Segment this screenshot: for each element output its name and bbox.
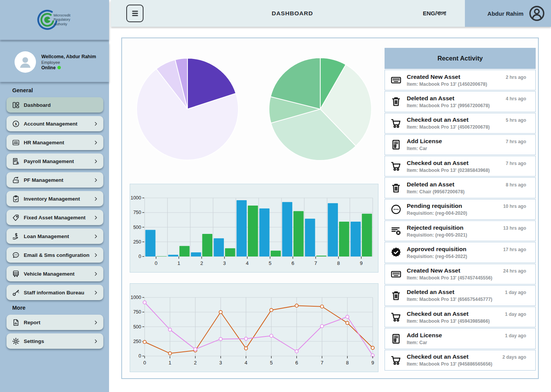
user-menu[interactable]: Abdur Rahim bbox=[465, 0, 551, 27]
svg-text:7: 7 bbox=[321, 360, 323, 366]
key-icon bbox=[12, 289, 20, 297]
sidebar: Microcredit Regulatory Authority Wellcom… bbox=[0, 0, 109, 392]
svg-text:750: 750 bbox=[133, 210, 141, 215]
menu-list-general: Dashboard Account Management HR Manageme… bbox=[0, 97, 109, 300]
activity-title: Checked out an Asset bbox=[407, 310, 468, 317]
activity-subtitle: Requisition: (reg-005-2021) bbox=[407, 232, 535, 238]
activity-time: 10 hrs ago bbox=[503, 204, 535, 209]
sidebar-item-label: HR Management bbox=[24, 140, 64, 145]
activity-row: Rejected requisition 13 hrs ago Requisit… bbox=[385, 220, 536, 241]
sidebar-item-label: Email & Sms configuration bbox=[24, 252, 90, 258]
activity-title: Deleted an Asset bbox=[407, 181, 454, 188]
sidebar-item-account-management[interactable]: Account Management bbox=[7, 116, 103, 131]
sidebar-item-label: Dashboard bbox=[24, 102, 51, 108]
svg-text:2: 2 bbox=[194, 360, 197, 366]
activity-row-main: Deleted an Asset 1 day ago Item: Macbook… bbox=[407, 289, 535, 302]
activity-subtitle: Item: Macbook Pro 13' (1450200678) bbox=[407, 82, 535, 87]
activity-time: 7 hrs ago bbox=[506, 161, 535, 166]
sidebar-item-label: Inventory Management bbox=[24, 196, 80, 202]
chevron-right-icon bbox=[93, 140, 98, 145]
rejected-icon bbox=[390, 225, 402, 237]
activity-row-main: Pending requisition 10 hrs ago Requisiti… bbox=[407, 203, 535, 216]
recent-activity-list[interactable]: Created New Asset 2 hrs ago Item: Macboo… bbox=[385, 70, 536, 371]
sidebar-item-label: Payroll Management bbox=[24, 158, 74, 164]
sidebar-item-payroll-management[interactable]: Payroll Management bbox=[7, 154, 103, 169]
activity-subtitle: Item: Macbook Pro 13' (45067200678) bbox=[407, 124, 535, 130]
activity-row: Created New Asset 24 hrs ago Item: Macbo… bbox=[385, 264, 536, 284]
menu-list-more: Report Settings bbox=[0, 315, 109, 349]
sidebar-item-pf-management[interactable]: PF Management bbox=[7, 172, 103, 188]
cart-icon bbox=[390, 311, 402, 323]
svg-text:1000: 1000 bbox=[130, 195, 141, 201]
activity-row: Add License 7 hrs ago Item: Car bbox=[385, 134, 536, 155]
loan-icon bbox=[12, 232, 20, 240]
chevron-right-icon bbox=[93, 121, 98, 126]
svg-text:0: 0 bbox=[143, 360, 146, 366]
recent-activity-title: Recent Activity bbox=[385, 48, 536, 69]
sidebar-item-vehicle-management[interactable]: Vehicle Management bbox=[7, 266, 103, 281]
activity-row-main: Deleted an Asset 4 hrs ago Item: Macbook… bbox=[407, 95, 535, 108]
sidebar-item-settings[interactable]: Settings bbox=[7, 333, 103, 349]
sidebar-item-staff-information-bureau[interactable]: Staff information Bureau bbox=[7, 285, 103, 300]
keyboard-icon bbox=[390, 74, 402, 86]
chevron-right-icon bbox=[93, 290, 98, 295]
activity-title: Created New Asset bbox=[407, 267, 460, 274]
profile-status: Online bbox=[41, 65, 96, 70]
activity-row: Deleted an Asset 8 hrs ago Item: Chair (… bbox=[385, 177, 536, 198]
person-icon bbox=[17, 54, 33, 70]
line-chart: 025050075010000123456789 bbox=[130, 284, 378, 371]
svg-text:500: 500 bbox=[133, 324, 141, 330]
chevron-right-icon bbox=[93, 253, 98, 258]
language-toggle[interactable]: ENG/বাংলা bbox=[423, 0, 446, 27]
activity-time: 5 hrs ago bbox=[506, 118, 535, 123]
menu-section-general: General bbox=[12, 87, 109, 93]
activity-title: Approved requisition bbox=[407, 246, 466, 253]
trash-icon bbox=[390, 182, 402, 194]
activity-subtitle: Requisition: (reg-004-2020) bbox=[407, 211, 535, 216]
activity-row: Checked out an Asset 2 days ago Item: Ma… bbox=[385, 350, 536, 371]
activity-row: Deleted an Asset 4 hrs ago Item: Macbook… bbox=[385, 91, 536, 112]
activity-row-main: Deleted an Asset 8 hrs ago Item: Chair (… bbox=[407, 181, 535, 194]
page-title: DASHBOARD bbox=[246, 0, 338, 27]
cart-icon bbox=[390, 118, 402, 129]
svg-text:0: 0 bbox=[139, 353, 141, 359]
online-label: Online bbox=[41, 65, 55, 70]
dollar-icon bbox=[12, 120, 20, 128]
chevron-right-icon bbox=[93, 196, 98, 201]
sidebar-item-report[interactable]: Report bbox=[7, 315, 103, 330]
sidebar-item-inventory-management[interactable]: Inventory Management bbox=[7, 191, 103, 206]
activity-time: 13 hrs ago bbox=[503, 225, 535, 231]
profile-welcome-text: Wellcome, Abdur Rahim bbox=[41, 54, 96, 59]
sidebar-item-dashboard[interactable]: Dashboard bbox=[7, 97, 103, 113]
pf-icon bbox=[12, 176, 20, 184]
activity-row: Deleted an Asset 1 day ago Item: Macbook… bbox=[385, 285, 536, 306]
svg-text:750: 750 bbox=[133, 309, 141, 315]
activity-row-main: Created New Asset 2 hrs ago Item: Macboo… bbox=[407, 74, 535, 87]
chevron-right-icon bbox=[93, 271, 98, 276]
activity-time: 8 hrs ago bbox=[506, 182, 535, 188]
cart-icon bbox=[390, 160, 402, 172]
svg-text:5: 5 bbox=[270, 360, 272, 366]
hamburger-menu-button[interactable] bbox=[126, 5, 143, 22]
svg-text:7: 7 bbox=[314, 260, 317, 266]
online-status-dot bbox=[57, 66, 61, 69]
svg-text:8: 8 bbox=[346, 360, 349, 366]
activity-row: Add License 1 day ago Item: Car bbox=[385, 328, 536, 349]
menu-lines-icon bbox=[129, 8, 141, 19]
sidebar-item-hr-management[interactable]: HR Management bbox=[7, 135, 103, 150]
sidebar-item-email-sms-configuration[interactable]: Email & Sms configuration bbox=[7, 247, 103, 263]
activity-subtitle: Item: Macbook Pro 13' (02385843968) bbox=[407, 168, 535, 173]
dashboard-screen: Microcredit Regulatory Authority Wellcom… bbox=[0, 0, 551, 392]
chevron-right-icon bbox=[93, 159, 98, 164]
activity-title: Deleted an Asset bbox=[407, 95, 454, 102]
activity-time: 1 day ago bbox=[505, 333, 535, 338]
sidebar-item-label: Settings bbox=[24, 338, 44, 344]
activity-time: 7 hrs ago bbox=[506, 139, 535, 144]
activity-title: Checked out an Asset bbox=[407, 116, 468, 123]
sidebar-item-loan-management[interactable]: Loan Management bbox=[7, 229, 103, 244]
activity-row: Checked out an Asset 5 hrs ago Item: Mac… bbox=[385, 113, 536, 134]
chevron-right-icon bbox=[93, 234, 98, 239]
sidebar-item-fixed-asset-management[interactable]: Fixed Asset Management bbox=[7, 210, 103, 225]
gear-icon bbox=[12, 337, 20, 345]
svg-text:5: 5 bbox=[269, 260, 271, 266]
